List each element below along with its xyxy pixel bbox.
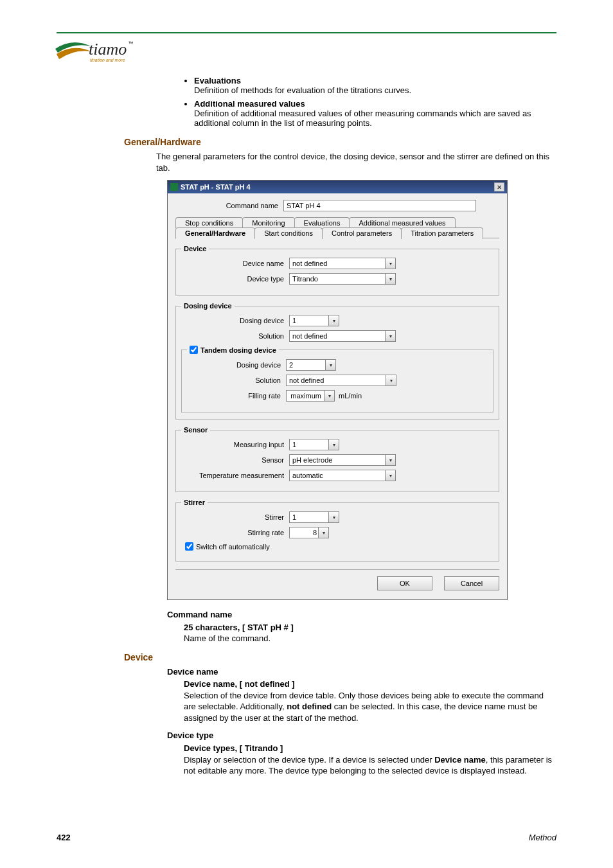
tandem-dosing-device-label: Dosing device (187, 361, 286, 369)
footer-section: Method (529, 833, 556, 842)
page-footer: 422 Method (57, 833, 556, 842)
bullet-title: Additional measured values (194, 99, 305, 109)
chevron-down-icon[interactable]: ▾ (329, 315, 339, 326)
tab-general-hardware[interactable]: General/Hardware (175, 227, 255, 239)
dosing-legend: Dosing device (181, 302, 235, 310)
bullet-desc: Definition of additional measured values… (194, 109, 531, 128)
bullet-title: Evaluations (194, 76, 241, 85)
temperature-label: Temperature measurement (181, 472, 289, 479)
device-name-label: Device name (181, 260, 289, 267)
tandem-checkbox[interactable] (190, 346, 198, 354)
stirrer-legend: Stirrer (181, 499, 208, 506)
tandem-label: Tandem dosing device (200, 346, 276, 354)
tab-stop-conditions[interactable]: Stop conditions (175, 217, 243, 228)
def-command-name-desc: Name of the command. (184, 633, 556, 644)
sensor-label: Sensor (181, 456, 289, 464)
dosing-group: Dosing device Dosing device ▾ Solution ▾ (175, 302, 499, 420)
chevron-down-icon[interactable]: ▾ (386, 258, 396, 269)
page-number: 422 (57, 833, 71, 842)
dialog-title-text: STAT pH - STAT pH 4 (181, 183, 251, 191)
trademark: ™ (128, 40, 133, 46)
measuring-input-label: Measuring input (181, 441, 289, 448)
command-name-input[interactable] (283, 200, 476, 211)
dialog-titlebar: STAT pH - STAT pH 4 ✕ (168, 181, 507, 193)
tab-additional-measured-values[interactable]: Additional measured values (349, 217, 455, 228)
section-heading-general-hardware: General/Hardware (124, 137, 556, 147)
section-intro: The general parameters for the control d… (156, 151, 556, 173)
filling-rate-select[interactable] (286, 390, 324, 402)
stirring-rate-label: Stirring rate (181, 529, 289, 536)
chevron-down-icon[interactable]: ▾ (386, 375, 396, 386)
def-device-name-term: Device name (167, 667, 218, 677)
tab-start-conditions[interactable]: Start conditions (254, 227, 323, 239)
device-type-select[interactable] (289, 273, 386, 285)
dosing-device-label: Dosing device (181, 317, 289, 324)
brand-tagline: titration and more (90, 58, 125, 62)
def-device-type-desc-bold: Device name (434, 755, 486, 765)
tab-control-parameters[interactable]: Control parameters (322, 227, 402, 239)
device-name-select[interactable] (289, 258, 386, 269)
device-legend: Device (181, 245, 209, 252)
tandem-solution-select[interactable] (286, 375, 386, 386)
stirrer-select[interactable] (289, 511, 329, 523)
bullet-additional-measured-values: Additional measured values Definition of… (194, 99, 556, 128)
dosing-device-select[interactable] (289, 315, 329, 326)
sensor-legend: Sensor (181, 426, 210, 434)
auto-off-checkbox[interactable] (185, 542, 193, 551)
def-command-name-term: Command name (167, 610, 232, 619)
chevron-down-icon[interactable]: ▾ (329, 511, 339, 523)
sensor-group: Sensor Measuring input ▾ Sensor ▾ (175, 426, 499, 492)
def-device-name-desc-bold: not defined (287, 702, 332, 711)
close-button[interactable]: ✕ (494, 182, 504, 191)
chevron-down-icon[interactable]: ▾ (386, 470, 396, 481)
chevron-down-icon[interactable]: ▾ (386, 454, 396, 466)
def-command-name-spec: 25 characters, [ STAT pH # ] (184, 623, 294, 632)
tandem-dosing-device-select[interactable] (286, 359, 326, 371)
stirrer-label: Stirrer (181, 513, 289, 521)
def-device-name-spec: Device name, [ not defined ] (184, 679, 295, 689)
tab-titration-parameters[interactable]: Titration parameters (401, 227, 483, 239)
temperature-select[interactable] (289, 470, 386, 481)
brand-logo: tiamo ™ titration and more (54, 40, 556, 64)
def-device-type-desc-pre: Display or selection of the device type.… (184, 755, 434, 765)
filling-rate-unit: mL/min (335, 392, 362, 400)
chevron-down-icon[interactable]: ▾ (326, 359, 336, 371)
auto-off-label: Switch off automatically (193, 543, 270, 551)
section-heading-device: Device (124, 652, 556, 662)
measuring-input-select[interactable] (289, 439, 329, 450)
tandem-group: Tandem dosing device Dosing device ▾ Sol… (181, 346, 493, 412)
device-type-label: Device type (181, 275, 289, 283)
bullet-evaluations: Evaluations Definition of methods for ev… (194, 76, 556, 95)
filling-rate-label: Filling rate (187, 392, 286, 400)
device-group: Device Device name ▾ Device type ▾ (175, 245, 499, 296)
chevron-down-icon[interactable]: ▾ (324, 390, 335, 402)
dosing-solution-select[interactable] (289, 330, 386, 342)
stirring-rate-select[interactable] (289, 527, 319, 538)
tab-evaluations[interactable]: Evaluations (294, 217, 350, 228)
def-device-type-term: Device type (167, 731, 213, 740)
bullet-desc: Definition of methods for evaluation of … (194, 85, 411, 95)
dosing-solution-label: Solution (181, 332, 289, 340)
cancel-button[interactable]: Cancel (444, 576, 499, 590)
chevron-down-icon[interactable]: ▾ (319, 527, 329, 538)
app-icon (170, 183, 178, 191)
def-device-type-spec: Device types, [ Titrando ] (184, 743, 283, 753)
chevron-down-icon[interactable]: ▾ (329, 439, 339, 450)
brand-name: tiamo (89, 40, 127, 59)
tabs: Stop conditions Monitoring Evaluations A… (175, 217, 499, 238)
tab-monitoring[interactable]: Monitoring (242, 217, 294, 228)
chevron-down-icon[interactable]: ▾ (386, 330, 396, 342)
properties-dialog: STAT pH - STAT pH 4 ✕ Command name Stop … (167, 180, 508, 600)
top-rule (57, 32, 556, 33)
tandem-solution-label: Solution (187, 376, 286, 384)
intro-bullets: Evaluations Definition of methods for ev… (185, 76, 556, 128)
sensor-select[interactable] (289, 454, 386, 466)
stirrer-group: Stirrer Stirrer ▾ Stirring rate ▾ (175, 499, 499, 562)
command-name-label: Command name (175, 202, 283, 209)
ok-button[interactable]: OK (377, 576, 432, 590)
chevron-down-icon[interactable]: ▾ (386, 273, 396, 285)
